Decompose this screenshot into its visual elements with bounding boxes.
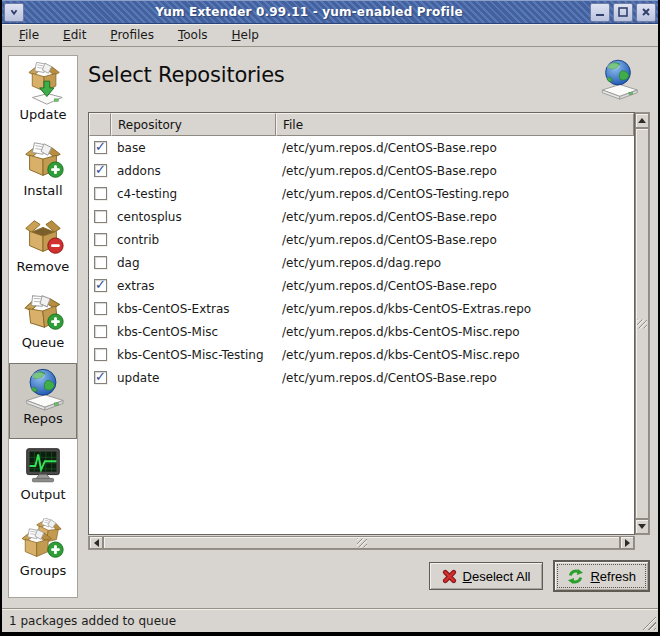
table-row[interactable]: centosplus /etc/yum.repos.d/CentOS-Base.…	[89, 205, 634, 228]
scroll-left-button[interactable]	[89, 536, 103, 549]
repo-file: /etc/yum.repos.d/CentOS-Base.repo	[276, 279, 634, 293]
repo-name: contrib	[111, 233, 276, 247]
sidebar-item-label: Groups	[20, 563, 66, 578]
repo-checkbox[interactable]	[94, 187, 107, 200]
queue-carton-plus-icon	[20, 290, 66, 336]
sidebar-item-label: Remove	[17, 259, 70, 274]
table-row[interactable]: base /etc/yum.repos.d/CentOS-Base.repo	[89, 136, 634, 159]
menu-profiles[interactable]: Profiles	[101, 25, 163, 45]
repo-checkbox[interactable]	[94, 279, 107, 292]
scrollbar-corner	[635, 535, 650, 550]
table-row[interactable]: contrib /etc/yum.repos.d/CentOS-Base.rep…	[89, 228, 634, 251]
red-x-icon	[442, 569, 457, 584]
repo-name: kbs-CentOS-Misc-Testing	[111, 348, 276, 362]
sidebar-item-groups[interactable]: Groups	[9, 515, 77, 591]
remove-carton-minus-icon	[20, 214, 66, 260]
table-header: Repository File	[89, 113, 634, 136]
close-button[interactable]	[636, 3, 656, 22]
scroll-up-button[interactable]	[635, 113, 649, 128]
table-row[interactable]: kbs-CentOS-Misc-Testing /etc/yum.repos.d…	[89, 343, 634, 366]
sidebar-item-repos[interactable]: Repos	[9, 363, 77, 439]
repo-file: /etc/yum.repos.d/kbs-CentOS-Misc.repo	[276, 325, 634, 339]
repo-checkbox[interactable]	[94, 302, 107, 315]
repository-table: Repository File base /etc/yum.repos.d/Ce…	[88, 112, 635, 535]
sidebar-item-update[interactable]: Update	[9, 59, 77, 135]
table-row[interactable]: update /etc/yum.repos.d/CentOS-Base.repo	[89, 366, 634, 389]
repo-checkbox[interactable]	[94, 371, 107, 384]
table-row[interactable]: extras /etc/yum.repos.d/CentOS-Base.repo	[89, 274, 634, 297]
titlebar[interactable]: Yum Extender 0.99.11 - yum-enabled Profi…	[2, 0, 658, 24]
groups-cartons-plus-icon	[20, 518, 66, 564]
sidebar-item-output[interactable]: Output	[9, 439, 77, 515]
minimize-button[interactable]	[590, 3, 610, 22]
repo-checkbox[interactable]	[94, 325, 107, 338]
repo-name: update	[111, 371, 276, 385]
repo-file: /etc/yum.repos.d/dag.repo	[276, 256, 634, 270]
repo-file: /etc/yum.repos.d/kbs-CentOS-Misc.repo	[276, 348, 634, 362]
repo-checkbox[interactable]	[94, 348, 107, 361]
repo-file: /etc/yum.repos.d/CentOS-Base.repo	[276, 210, 634, 224]
refresh-button[interactable]: Refresh	[553, 560, 650, 592]
repo-checkbox[interactable]	[94, 210, 107, 223]
sidebar-item-label: Repos	[23, 411, 62, 426]
update-carton-arrow-icon	[20, 62, 66, 108]
vertical-scrollbar[interactable]	[635, 112, 650, 535]
menu-help[interactable]: Help	[223, 25, 268, 45]
menu-file[interactable]: File	[10, 25, 48, 45]
vertical-scroll-thumb[interactable]	[635, 128, 649, 519]
table-row[interactable]: addons /etc/yum.repos.d/CentOS-Base.repo	[89, 159, 634, 182]
menubar: File Edit Profiles Tools Help	[2, 24, 658, 47]
window-title: Yum Extender 0.99.11 - yum-enabled Profi…	[28, 5, 590, 19]
repo-checkbox[interactable]	[94, 233, 107, 246]
sidebar-item-remove[interactable]: Remove	[9, 211, 77, 287]
scroll-right-button[interactable]	[620, 536, 634, 549]
repo-checkbox[interactable]	[94, 164, 107, 177]
table-row[interactable]: kbs-CentOS-Extras /etc/yum.repos.d/kbs-C…	[89, 297, 634, 320]
horizontal-scroll-thumb[interactable]	[103, 536, 620, 549]
menu-tools[interactable]: Tools	[169, 25, 217, 45]
sidebar-item-install[interactable]: Install	[9, 135, 77, 211]
arrow-down-icon	[638, 524, 646, 529]
column-header-file[interactable]: File	[276, 113, 634, 136]
main-panel: Select Repositories Repository File	[88, 55, 650, 608]
arrow-up-icon	[638, 118, 646, 123]
resize-grip[interactable]	[642, 616, 656, 630]
scroll-down-button[interactable]	[635, 519, 649, 534]
repo-checkbox[interactable]	[94, 141, 107, 154]
repo-name: kbs-CentOS-Misc	[111, 325, 276, 339]
repo-name: extras	[111, 279, 276, 293]
window-menu-button[interactable]	[4, 3, 24, 22]
maximize-icon	[618, 7, 628, 17]
deselect-all-button[interactable]: Deselect All	[429, 562, 544, 590]
table-body: base /etc/yum.repos.d/CentOS-Base.repo a…	[89, 136, 634, 534]
repo-name: addons	[111, 164, 276, 178]
close-icon	[641, 7, 651, 17]
repo-file: /etc/yum.repos.d/CentOS-Base.repo	[276, 141, 634, 155]
repo-checkbox[interactable]	[94, 256, 107, 269]
sidebar-item-queue[interactable]: Queue	[9, 287, 77, 363]
repository-table-zone: Repository File base /etc/yum.repos.d/Ce…	[88, 112, 650, 550]
maximize-button[interactable]	[613, 3, 633, 22]
table-row[interactable]: kbs-CentOS-Misc /etc/yum.repos.d/kbs-Cen…	[89, 320, 634, 343]
application-window: Yum Extender 0.99.11 - yum-enabled Profi…	[0, 0, 660, 636]
repo-name: base	[111, 141, 276, 155]
statusbar: 1 packages added to queue	[2, 608, 658, 632]
horizontal-scrollbar[interactable]	[88, 536, 635, 550]
minimize-icon	[595, 7, 605, 17]
column-header-checkbox[interactable]	[89, 113, 111, 136]
arrow-left-icon	[94, 539, 99, 547]
column-header-repository[interactable]: Repository	[111, 113, 276, 136]
status-text: 1 packages added to queue	[9, 614, 176, 628]
page-title: Select Repositories	[88, 63, 285, 87]
install-carton-plus-icon	[20, 138, 66, 184]
sidebar-item-label: Install	[23, 183, 62, 198]
menu-edit[interactable]: Edit	[54, 25, 95, 45]
arrow-right-icon	[625, 539, 630, 547]
chevron-down-icon	[8, 6, 20, 18]
sidebar: Update Install Remove	[8, 55, 78, 598]
sidebar-item-label: Output	[20, 487, 65, 502]
table-row[interactable]: c4-testing /etc/yum.repos.d/CentOS-Testi…	[89, 182, 634, 205]
repos-globe-icon	[596, 57, 640, 101]
globe-disc-icon	[20, 366, 66, 412]
table-row[interactable]: dag /etc/yum.repos.d/dag.repo	[89, 251, 634, 274]
